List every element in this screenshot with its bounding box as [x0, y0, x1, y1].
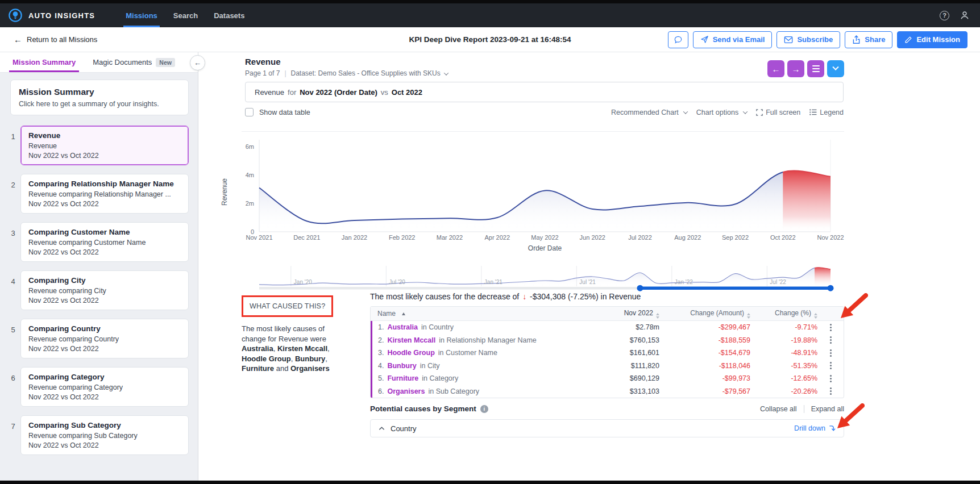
mission-item-subtitle: Revenue comparing City: [28, 287, 181, 295]
back-link[interactable]: ← Return to all Missions: [0, 35, 97, 44]
svg-text:Jan '21: Jan '21: [484, 279, 503, 285]
sidebar-item-comparing-relationship-manager-name[interactable]: Comparing Relationship Manager Name Reve…: [20, 174, 189, 214]
mission-item-number: 1: [6, 126, 20, 165]
pages-menu-button[interactable]: [807, 60, 824, 77]
cause-entity-link[interactable]: Hoodle Group: [387, 349, 434, 357]
query-period-2[interactable]: Oct 2022: [392, 88, 422, 97]
nav-tab-search[interactable]: Search: [167, 3, 205, 27]
decrease-amount: -$304,308 (-7.25%): [530, 292, 599, 301]
mission-summary-title: Mission Summary: [19, 87, 180, 97]
share-label: Share: [865, 35, 885, 44]
column-header-change-pct[interactable]: Change (%): [750, 309, 817, 319]
share-icon: [852, 35, 861, 44]
sidebar-item-comparing-category[interactable]: Comparing Category Revenue comparing Cat…: [20, 367, 189, 407]
cause-value: $760,153: [574, 336, 659, 344]
mission-item-title: Comparing Relationship Manager Name: [28, 180, 181, 188]
legend-toggle[interactable]: Legend: [809, 109, 844, 116]
mission-item-subtitle: Revenue comparing Sub Category: [28, 432, 181, 440]
comments-button[interactable]: [668, 31, 688, 48]
navigator-handle-start[interactable]: [637, 285, 643, 291]
navigator-selection[interactable]: [640, 287, 830, 290]
row-menu-button[interactable]: [828, 348, 834, 358]
table-row[interactable]: 4.Bunburyin City $111,820 -$118,046 -51.…: [372, 360, 844, 373]
query-builder[interactable]: Revenue for Nov 2022 (Order Date) vs Oct…: [245, 82, 844, 102]
cause-entity-link[interactable]: Australia: [387, 323, 418, 331]
mission-item-number: 6: [6, 367, 20, 407]
chart-options-dropdown[interactable]: Chart options: [696, 109, 747, 116]
mission-item-subtitle: Revenue comparing Customer Name: [28, 239, 181, 247]
sidebar-item-comparing-customer-name[interactable]: Comparing Customer Name Revenue comparin…: [20, 222, 189, 262]
user-icon[interactable]: [960, 10, 970, 20]
mission-summary-card[interactable]: Mission Summary Click here to get a summ…: [10, 80, 189, 115]
collapse-sidebar-button[interactable]: ←: [190, 55, 205, 70]
next-page-button[interactable]: →: [787, 60, 804, 77]
cause-entity-link[interactable]: Organisers: [387, 387, 425, 395]
mission-item-subtitle: Revenue comparing Country: [28, 335, 181, 343]
expand-all-button[interactable]: Expand all: [811, 405, 844, 413]
table-row[interactable]: 2.Kirsten Mccallin Relationship Manager …: [372, 334, 844, 347]
drill-down-icon: [829, 425, 836, 432]
edit-mission-button[interactable]: Edit Mission: [897, 31, 967, 48]
subscribe-button[interactable]: Subscribe: [776, 31, 840, 48]
cause-change-pct: -19.88%: [750, 336, 817, 344]
row-menu-button[interactable]: [828, 386, 834, 396]
tab-mission-summary-label: Mission Summary: [13, 58, 76, 66]
full-screen-button[interactable]: Full screen: [756, 109, 800, 116]
tab-magic-documents[interactable]: Magic Documents New: [87, 52, 181, 72]
drill-down-label: Drill down: [794, 424, 825, 432]
brand-name: AUTO INSIGHTS: [28, 11, 95, 20]
query-for: for: [288, 88, 296, 97]
show-data-table-checkbox[interactable]: [245, 108, 254, 116]
sidebar-item-comparing-country[interactable]: Comparing Country Revenue comparing Coun…: [20, 319, 189, 358]
table-row[interactable]: 6.Organisersin Sub Category $313,103 -$7…: [372, 385, 844, 398]
causes-table-heading: The most likely causes for the decrease …: [370, 292, 825, 301]
column-header-nov-2022[interactable]: Nov 2022: [574, 309, 659, 319]
cause-entity-link[interactable]: Furniture: [387, 374, 418, 382]
collapse-all-button[interactable]: Collapse all: [760, 405, 797, 413]
column-header-change-amount[interactable]: Change (Amount): [659, 309, 750, 319]
table-row[interactable]: 1.Australiain Country $2.78m -$299,467 -…: [372, 321, 844, 334]
svg-text:Nov 2021: Nov 2021: [246, 234, 272, 241]
svg-text:Aug 2022: Aug 2022: [674, 234, 701, 241]
timeline-navigator[interactable]: Jan '20Jul '20Jan '21Jul '21Jan '22Jul '…: [219, 264, 844, 293]
previous-page-button[interactable]: ←: [767, 60, 784, 77]
dataset-selector[interactable]: Dataset: Demo Sales - Office Supplies wi…: [291, 69, 449, 77]
cause-entity-link[interactable]: Bunbury: [387, 362, 416, 370]
nav-tab-missions[interactable]: Missions: [119, 3, 164, 27]
sidebar-item-comparing-sub-category[interactable]: Comparing Sub Category Revenue comparing…: [20, 415, 189, 455]
drill-down-link[interactable]: Drill down: [794, 424, 836, 432]
header-actions: Send via Email Subscribe Share Edit Miss…: [668, 31, 980, 48]
svg-text:May 2022: May 2022: [531, 234, 558, 241]
share-button[interactable]: Share: [845, 31, 892, 48]
mission-item-period: Nov 2022 vs Oct 2022: [28, 345, 181, 353]
nav-tab-datasets[interactable]: Datasets: [207, 3, 251, 27]
row-menu-button[interactable]: [828, 335, 834, 345]
segment-row-country[interactable]: Country Drill down: [370, 419, 844, 437]
chart-options-label: Chart options: [696, 109, 738, 116]
help-icon[interactable]: ?: [940, 11, 949, 20]
segment-country-toggle[interactable]: Country: [379, 424, 417, 433]
row-menu-button[interactable]: [828, 374, 834, 383]
tab-mission-summary[interactable]: Mission Summary: [7, 52, 81, 72]
table-row[interactable]: 3.Hoodle Groupin Customer Name $161,601 …: [372, 347, 844, 360]
sidebar-item-comparing-city[interactable]: Comparing City Revenue comparing City No…: [20, 270, 189, 310]
svg-text:2m: 2m: [246, 200, 254, 207]
recommended-chart-dropdown[interactable]: Recommended Chart: [611, 109, 687, 116]
top-nav: AUTO INSIGHTS MissionsSearchDatasets ?: [0, 3, 980, 27]
cause-entity-link[interactable]: Kirsten Mccall: [387, 336, 435, 344]
pencil-icon: [904, 36, 912, 44]
table-row[interactable]: 5.Furniturein Category $690,129 -$99,973…: [372, 372, 844, 385]
query-metric[interactable]: Revenue: [255, 88, 284, 97]
expand-pages-button[interactable]: [827, 60, 844, 77]
mission-item-period: Nov 2022 vs Oct 2022: [28, 393, 181, 401]
row-menu-button[interactable]: [828, 361, 834, 370]
send-via-email-button[interactable]: Send via Email: [693, 31, 773, 48]
mission-item-title: Comparing City: [28, 276, 181, 285]
info-icon[interactable]: i: [480, 405, 488, 413]
row-menu-button[interactable]: [828, 323, 834, 332]
navigator-handle-end[interactable]: [828, 285, 834, 291]
column-header-name[interactable]: Name: [371, 310, 574, 318]
sidebar-item-revenue[interactable]: Revenue Revenue Nov 2022 vs Oct 2022: [20, 126, 189, 165]
mission-item-subtitle: Revenue comparing Relationship Manager .…: [28, 190, 181, 198]
query-period-1[interactable]: Nov 2022 (Order Date): [300, 88, 377, 97]
